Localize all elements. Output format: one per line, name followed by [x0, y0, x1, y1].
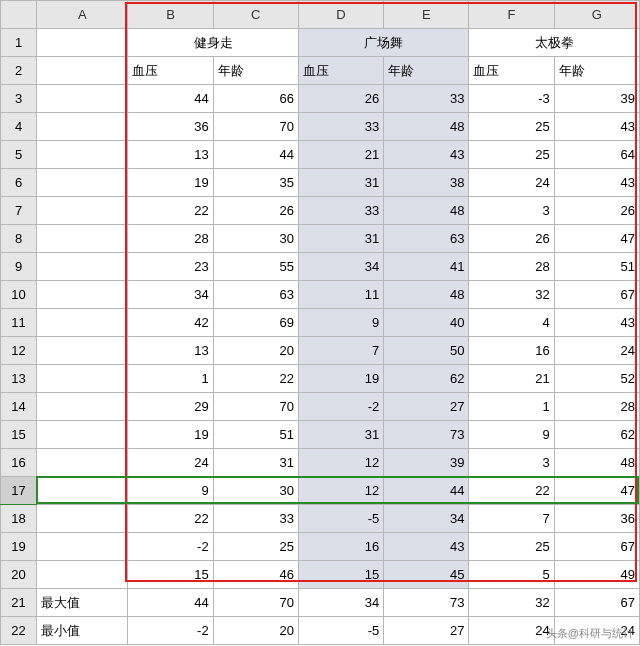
- cell-D6[interactable]: 31: [298, 169, 383, 197]
- col-header-C[interactable]: C: [213, 1, 298, 29]
- cell-E13[interactable]: 62: [384, 365, 469, 393]
- cell-F9[interactable]: 28: [469, 253, 554, 281]
- cell-E9[interactable]: 41: [384, 253, 469, 281]
- cell-F4[interactable]: 25: [469, 113, 554, 141]
- cell-C8[interactable]: 30: [213, 225, 298, 253]
- cell-E10[interactable]: 48: [384, 281, 469, 309]
- cell-F15[interactable]: 9: [469, 421, 554, 449]
- cell-G7[interactable]: 26: [554, 197, 639, 225]
- cell-C6[interactable]: 35: [213, 169, 298, 197]
- cell-group-dance[interactable]: 广场舞: [298, 29, 469, 57]
- cell-A2[interactable]: [37, 57, 128, 85]
- select-all-corner[interactable]: [1, 1, 37, 29]
- cell-D10[interactable]: 11: [298, 281, 383, 309]
- cell-D12[interactable]: 7: [298, 337, 383, 365]
- cell-E3[interactable]: 33: [384, 85, 469, 113]
- cell-B17[interactable]: 9: [128, 477, 213, 505]
- cell-E15[interactable]: 73: [384, 421, 469, 449]
- cell-D18[interactable]: -5: [298, 505, 383, 533]
- cell-B18[interactable]: 22: [128, 505, 213, 533]
- cell-F21[interactable]: 32: [469, 589, 554, 617]
- cell-F10[interactable]: 32: [469, 281, 554, 309]
- cell-C9[interactable]: 55: [213, 253, 298, 281]
- cell-F19[interactable]: 25: [469, 533, 554, 561]
- cell-A13[interactable]: [37, 365, 128, 393]
- cell-C13[interactable]: 22: [213, 365, 298, 393]
- cell-A9[interactable]: [37, 253, 128, 281]
- cell-F7[interactable]: 3: [469, 197, 554, 225]
- col-header-B[interactable]: B: [128, 1, 213, 29]
- cell-G6[interactable]: 43: [554, 169, 639, 197]
- cell-B12[interactable]: 13: [128, 337, 213, 365]
- cell-B10[interactable]: 34: [128, 281, 213, 309]
- row-header-16[interactable]: 16: [1, 449, 37, 477]
- cell-A17[interactable]: [37, 477, 128, 505]
- cell-F16[interactable]: 3: [469, 449, 554, 477]
- cell-D5[interactable]: 21: [298, 141, 383, 169]
- cell-group-taichi[interactable]: 太极拳: [469, 29, 640, 57]
- cell-A7[interactable]: [37, 197, 128, 225]
- cell-F17[interactable]: 22: [469, 477, 554, 505]
- row-header-1[interactable]: 1: [1, 29, 37, 57]
- row-header-18[interactable]: 18: [1, 505, 37, 533]
- cell-C10[interactable]: 63: [213, 281, 298, 309]
- cell-D19[interactable]: 16: [298, 533, 383, 561]
- cell-B8[interactable]: 28: [128, 225, 213, 253]
- cell-D4[interactable]: 33: [298, 113, 383, 141]
- cell-D13[interactable]: 19: [298, 365, 383, 393]
- cell-D3[interactable]: 26: [298, 85, 383, 113]
- cell-D7[interactable]: 33: [298, 197, 383, 225]
- cell-F20[interactable]: 5: [469, 561, 554, 589]
- col-header-D[interactable]: D: [298, 1, 383, 29]
- cell-B16[interactable]: 24: [128, 449, 213, 477]
- cell-E20[interactable]: 45: [384, 561, 469, 589]
- cell-C16[interactable]: 31: [213, 449, 298, 477]
- cell-C18[interactable]: 33: [213, 505, 298, 533]
- spreadsheet-grid[interactable]: A B C D E F G 1 健身走 广场舞 太极拳 2 血压 年龄 血压 年…: [0, 0, 640, 645]
- row-header-12[interactable]: 12: [1, 337, 37, 365]
- cell-B15[interactable]: 19: [128, 421, 213, 449]
- row-header-22[interactable]: 22: [1, 617, 37, 645]
- cell-D16[interactable]: 12: [298, 449, 383, 477]
- col-header-A[interactable]: A: [37, 1, 128, 29]
- cell-E5[interactable]: 43: [384, 141, 469, 169]
- cell-E7[interactable]: 48: [384, 197, 469, 225]
- row-header-3[interactable]: 3: [1, 85, 37, 113]
- cell-E22[interactable]: 27: [384, 617, 469, 645]
- cell-G20[interactable]: 49: [554, 561, 639, 589]
- cell-A10[interactable]: [37, 281, 128, 309]
- cell-G19[interactable]: 67: [554, 533, 639, 561]
- cell-G2[interactable]: 年龄: [554, 57, 639, 85]
- cell-A21-max-label[interactable]: 最大值: [37, 589, 128, 617]
- row-header-7[interactable]: 7: [1, 197, 37, 225]
- row-header-9[interactable]: 9: [1, 253, 37, 281]
- cell-F8[interactable]: 26: [469, 225, 554, 253]
- row-header-5[interactable]: 5: [1, 141, 37, 169]
- cell-A8[interactable]: [37, 225, 128, 253]
- row-header-6[interactable]: 6: [1, 169, 37, 197]
- row-header-15[interactable]: 15: [1, 421, 37, 449]
- cell-C5[interactable]: 44: [213, 141, 298, 169]
- cell-F6[interactable]: 24: [469, 169, 554, 197]
- cell-A3[interactable]: [37, 85, 128, 113]
- cell-B21[interactable]: 44: [128, 589, 213, 617]
- row-header-2[interactable]: 2: [1, 57, 37, 85]
- cell-B9[interactable]: 23: [128, 253, 213, 281]
- cell-A18[interactable]: [37, 505, 128, 533]
- cell-C15[interactable]: 51: [213, 421, 298, 449]
- cell-G18[interactable]: 36: [554, 505, 639, 533]
- cell-D8[interactable]: 31: [298, 225, 383, 253]
- cell-C19[interactable]: 25: [213, 533, 298, 561]
- cell-E21[interactable]: 73: [384, 589, 469, 617]
- cell-D15[interactable]: 31: [298, 421, 383, 449]
- col-header-F[interactable]: F: [469, 1, 554, 29]
- cell-B2[interactable]: 血压: [128, 57, 213, 85]
- cell-F3[interactable]: -3: [469, 85, 554, 113]
- row-header-8[interactable]: 8: [1, 225, 37, 253]
- row-header-13[interactable]: 13: [1, 365, 37, 393]
- cell-E17[interactable]: 44: [384, 477, 469, 505]
- cell-C21[interactable]: 70: [213, 589, 298, 617]
- cell-B22[interactable]: -2: [128, 617, 213, 645]
- row-header-10[interactable]: 10: [1, 281, 37, 309]
- cell-A16[interactable]: [37, 449, 128, 477]
